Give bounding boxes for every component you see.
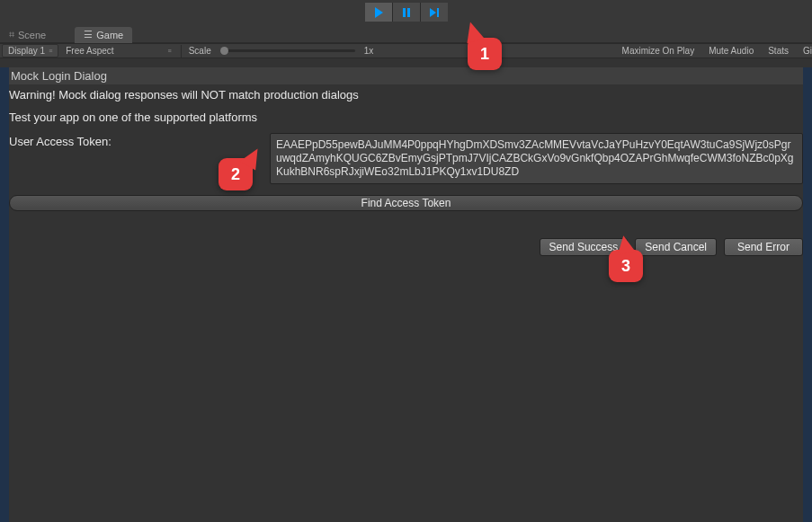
svg-marker-0 — [375, 7, 383, 18]
dialog-title: Mock Login Dialog — [9, 67, 803, 84]
scale-slider[interactable] — [220, 49, 355, 52]
game-toolbar: Display 1 ≡ Free Aspect ≡ Scale 1x Maxim… — [0, 43, 812, 58]
pillar-left — [0, 67, 9, 522]
maximize-toggle[interactable]: Maximize On Play — [615, 46, 702, 56]
display-dropdown[interactable]: Display 1 ≡ — [2, 44, 58, 58]
gizmos-toggle[interactable]: Gi — [796, 46, 812, 56]
token-label: User Access Token: — [9, 133, 261, 148]
svg-marker-3 — [430, 8, 436, 17]
play-icon — [372, 6, 385, 19]
tab-scene-label: Scene — [18, 30, 46, 40]
tab-scene[interactable]: ⌗ Scene — [0, 27, 55, 43]
annotation-3-label: 3 — [621, 257, 630, 276]
token-input[interactable]: EAAEPpD55pewBAJuMM4P0ppqHYhgDmXDSmv3ZAcM… — [270, 133, 803, 184]
scene-icon: ⌗ — [9, 29, 14, 40]
annotation-pointer — [614, 234, 635, 254]
annotation-2: 2 — [219, 158, 253, 190]
playback-buttons — [365, 3, 448, 22]
game-viewport: Mock Login Dialog Warning! Mock dialog r… — [0, 58, 812, 522]
aspect-label: Free Aspect — [66, 46, 113, 56]
separator — [181, 45, 182, 58]
send-error-button[interactable]: Send Error — [724, 238, 803, 256]
playback-bar — [0, 0, 812, 24]
aspect-dropdown[interactable]: Free Aspect ≡ — [60, 44, 176, 58]
annotation-1-label: 1 — [480, 45, 489, 64]
play-button[interactable] — [365, 3, 392, 22]
chevron-down-icon: ≡ — [168, 48, 172, 54]
svg-rect-2 — [407, 8, 410, 17]
tab-row: ⌗ Scene ☰ Game — [0, 27, 812, 43]
pillar-right — [803, 67, 812, 522]
stats-toggle[interactable]: Stats — [761, 46, 796, 56]
slider-knob[interactable] — [220, 47, 228, 55]
step-icon — [428, 6, 441, 19]
find-access-token-button[interactable]: Find Access Token — [9, 195, 803, 211]
game-icon: ☰ — [84, 29, 93, 40]
tab-game[interactable]: ☰ Game — [75, 27, 132, 43]
send-cancel-button[interactable]: Send Cancel — [635, 238, 717, 256]
scale-label: Scale — [185, 46, 215, 56]
annotation-3: 3 — [609, 250, 643, 282]
mute-toggle[interactable]: Mute Audio — [701, 46, 761, 56]
annotation-2-label: 2 — [231, 165, 240, 184]
dialog-warning: Warning! Mock dialog responses will NOT … — [9, 88, 803, 102]
dialog-subline: Test your app on one of the supported pl… — [9, 111, 803, 124]
svg-rect-4 — [437, 8, 439, 17]
annotation-1: 1 — [468, 38, 502, 70]
display-label: Display 1 — [8, 46, 45, 56]
svg-rect-1 — [403, 8, 406, 17]
scale-value: 1x — [361, 46, 378, 56]
send-row: Send Success Send Cancel Send Error — [9, 238, 803, 256]
chevron-down-icon: ≡ — [49, 48, 52, 54]
pause-button[interactable] — [393, 3, 420, 22]
pause-icon — [400, 6, 413, 19]
mock-login-dialog: Mock Login Dialog Warning! Mock dialog r… — [9, 67, 803, 256]
tab-game-label: Game — [96, 30, 123, 40]
step-button[interactable] — [421, 3, 448, 22]
token-row: User Access Token: EAAEPpD55pewBAJuMM4P0… — [9, 133, 803, 184]
